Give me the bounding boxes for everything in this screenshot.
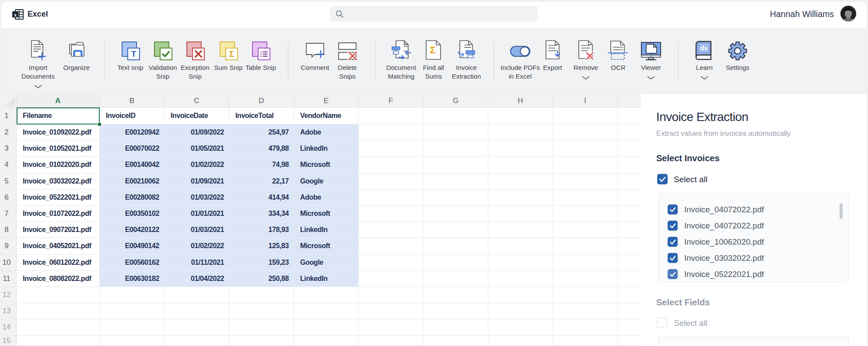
svg-text:ds: ds [700,45,708,52]
svg-text:x: x [14,12,17,17]
svg-text:Σ: Σ [430,45,435,55]
